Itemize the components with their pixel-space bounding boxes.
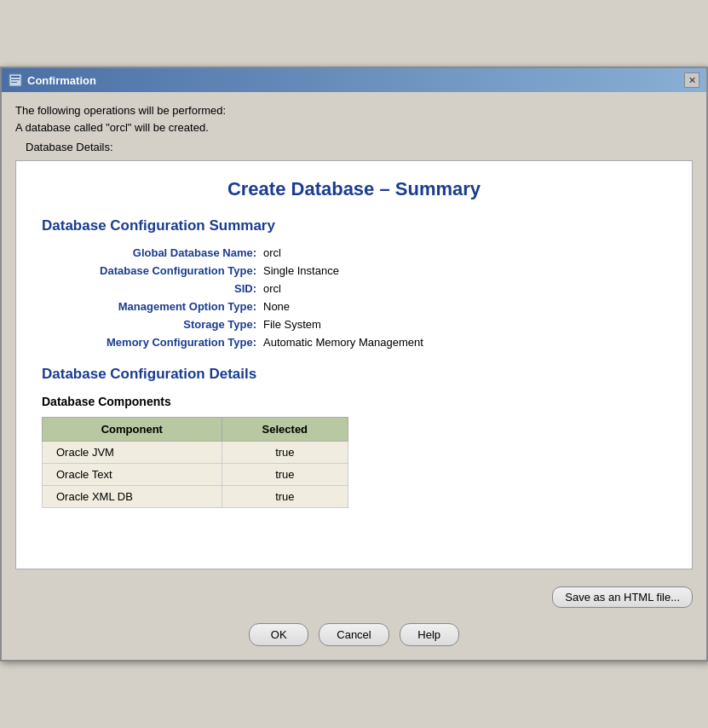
component-name: Oracle Text bbox=[43, 464, 222, 486]
config-row: Storage Type:File System bbox=[42, 318, 666, 331]
config-table: Global Database Name:orclDatabase Config… bbox=[42, 246, 666, 349]
config-value: orcl bbox=[263, 246, 281, 259]
config-label: Global Database Name: bbox=[42, 246, 263, 259]
config-value: Single Instance bbox=[263, 264, 339, 277]
table-row: Oracle JVMtrue bbox=[43, 442, 348, 464]
config-value: File System bbox=[263, 318, 321, 331]
config-label: Management Option Type: bbox=[42, 300, 263, 313]
cancel-button[interactable]: Cancel bbox=[319, 623, 389, 646]
component-selected: true bbox=[222, 486, 348, 508]
summary-title: Create Database – Summary bbox=[42, 178, 666, 200]
save-html-button[interactable]: Save as an HTML file... bbox=[552, 586, 693, 608]
config-row: Database Configuration Type:Single Insta… bbox=[42, 264, 666, 277]
col-header-selected: Selected bbox=[222, 418, 348, 442]
summary-panel[interactable]: Create Database – Summary Database Confi… bbox=[16, 161, 692, 569]
config-label: SID: bbox=[42, 282, 263, 295]
save-bar: Save as an HTML file... bbox=[2, 580, 706, 615]
confirmation-dialog: Confirmation ✕ The following operations … bbox=[0, 66, 708, 662]
svg-rect-1 bbox=[11, 76, 20, 78]
config-row: Management Option Type:None bbox=[42, 300, 666, 313]
table-row: Oracle Texttrue bbox=[43, 464, 348, 486]
svg-rect-2 bbox=[11, 79, 20, 80]
component-selected: true bbox=[222, 442, 348, 464]
component-name: Oracle JVM bbox=[43, 442, 222, 464]
config-label: Memory Configuration Type: bbox=[42, 336, 263, 349]
details-section-heading: Database Configuration Details bbox=[42, 366, 666, 383]
title-bar-left: Confirmation bbox=[9, 73, 96, 87]
help-button[interactable]: Help bbox=[400, 623, 459, 646]
ok-button[interactable]: OK bbox=[249, 623, 308, 646]
config-value: orcl bbox=[263, 282, 281, 295]
intro-line1: The following operations will be perform… bbox=[15, 102, 693, 119]
intro-text: The following operations will be perform… bbox=[15, 102, 693, 136]
close-button[interactable]: ✕ bbox=[684, 72, 699, 88]
button-bar: OK Cancel Help bbox=[2, 615, 706, 660]
title-bar: Confirmation ✕ bbox=[2, 68, 706, 92]
svg-rect-3 bbox=[11, 82, 17, 83]
table-row: Oracle XML DBtrue bbox=[43, 486, 348, 508]
config-label: Storage Type: bbox=[42, 318, 263, 331]
components-table: Component Selected Oracle JVMtrueOracle … bbox=[42, 417, 348, 508]
config-value: Automatic Memory Management bbox=[263, 336, 423, 349]
intro-line2: A database called "orcl" will be created… bbox=[15, 119, 693, 136]
config-row: SID:orcl bbox=[42, 282, 666, 295]
config-row: Memory Configuration Type:Automatic Memo… bbox=[42, 336, 666, 349]
component-name: Oracle XML DB bbox=[43, 486, 222, 508]
config-row: Global Database Name:orcl bbox=[42, 246, 666, 259]
dialog-content: The following operations will be perform… bbox=[2, 92, 706, 580]
col-header-component: Component bbox=[43, 418, 222, 442]
config-section-heading: Database Configuration Summary bbox=[42, 217, 666, 234]
config-value: None bbox=[263, 300, 290, 313]
details-label: Database Details: bbox=[26, 141, 693, 153]
components-heading: Database Components bbox=[42, 395, 666, 408]
summary-panel-wrapper: Create Database – Summary Database Confi… bbox=[15, 160, 693, 569]
config-label: Database Configuration Type: bbox=[42, 264, 263, 277]
component-selected: true bbox=[222, 464, 348, 486]
window-title: Confirmation bbox=[27, 74, 96, 87]
dialog-icon bbox=[9, 73, 22, 87]
